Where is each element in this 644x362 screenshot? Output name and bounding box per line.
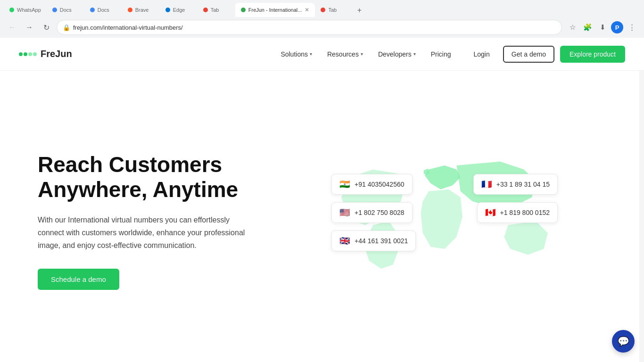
hero-visual: 🇮🇳 +91 4035042560 🇺🇸 +1 802 750 8028 🇬🇧 … [283, 146, 606, 296]
tab-favicon-active [241, 8, 246, 12]
flag-france: 🇫🇷 [481, 179, 492, 189]
get-demo-button[interactable]: Get a demo [503, 46, 554, 63]
tab-inactive-5[interactable]: Edge [160, 3, 198, 17]
explore-product-button[interactable]: Explore product [560, 46, 625, 63]
nav-actions: Login Get a demo Explore product [466, 46, 625, 63]
schedule-demo-button[interactable]: Schedule a demo [38, 269, 119, 290]
website-content: FreJun Solutions ▾ Resources ▾ Developer… [0, 38, 644, 362]
scrollbar[interactable] [639, 38, 644, 362]
flag-canada: 🇨🇦 [485, 207, 495, 218]
tab-favicon [52, 8, 57, 12]
tab-favicon [203, 8, 208, 12]
phone-card-india: 🇮🇳 +91 4035042560 [331, 174, 413, 195]
hero-section: Reach Customers Anywhere, Anytime With o… [0, 71, 644, 362]
download-icon[interactable]: ⬇ [596, 21, 609, 34]
tab-inactive-1[interactable]: WhatsApp [4, 3, 47, 17]
menu-icon[interactable]: ⋮ [625, 21, 638, 34]
logo-dots [19, 52, 37, 56]
tab-inactive-3[interactable]: Docs [84, 3, 122, 17]
tab-favicon [128, 8, 132, 12]
nav-developers[interactable]: Developers ▾ [378, 50, 416, 58]
new-tab-button[interactable]: + [353, 4, 366, 17]
profile-icon[interactable]: P [611, 21, 623, 33]
tab-favicon [321, 8, 325, 12]
url-text: frejun.com/international-virtual-numbers… [73, 24, 556, 31]
browser-chrome: WhatsApp Docs Docs Brave Edge Tab FreJun… [0, 0, 644, 38]
navbar: FreJun Solutions ▾ Resources ▾ Developer… [0, 38, 644, 71]
tab-inactive-4[interactable]: Brave [122, 3, 160, 17]
extensions-icon[interactable]: 🧩 [581, 21, 594, 34]
chevron-down-icon: ▾ [413, 51, 416, 57]
logo-dot-1 [19, 52, 23, 56]
tab-inactive-2[interactable]: Docs [47, 3, 84, 17]
tab-close-button[interactable]: ✕ [305, 7, 309, 13]
phone-card-france: 🇫🇷 +33 1 89 31 04 15 [473, 174, 558, 195]
tab-favicon [9, 8, 14, 12]
number-canada: +1 819 800 0152 [500, 209, 550, 216]
chevron-down-icon: ▾ [361, 51, 363, 57]
flag-usa: 🇺🇸 [339, 207, 350, 218]
tab-inactive-6[interactable]: Tab [198, 3, 235, 17]
lock-icon: 🔒 [63, 24, 70, 31]
hero-title: Reach Customers Anywhere, Anytime [38, 152, 283, 202]
logo-text: FreJun [41, 49, 72, 59]
hero-description: With our International virtual numbers y… [38, 214, 245, 252]
tab-bar: WhatsApp Docs Docs Brave Edge Tab FreJun… [0, 0, 644, 17]
flag-uk: 🇬🇧 [339, 236, 350, 246]
tab-favicon [90, 8, 95, 12]
nav-pricing[interactable]: Pricing [431, 50, 451, 58]
nav-resources[interactable]: Resources ▾ [327, 50, 363, 58]
phone-card-canada: 🇨🇦 +1 819 800 0152 [477, 202, 558, 223]
logo-dot-3 [28, 52, 32, 56]
address-bar[interactable]: 🔒 frejun.com/international-virtual-numbe… [57, 20, 562, 35]
number-india: +91 4035042560 [355, 181, 405, 188]
phone-card-usa: 🇺🇸 +1 802 750 8028 [331, 202, 413, 223]
back-button[interactable]: ← [6, 21, 19, 34]
tab-active[interactable]: FreJun - International... ✕ [235, 3, 315, 17]
login-button[interactable]: Login [466, 47, 497, 62]
tab-inactive-7[interactable]: Tab [315, 3, 353, 17]
bookmark-icon[interactable]: ☆ [566, 21, 579, 34]
phone-cards: 🇮🇳 +91 4035042560 🇺🇸 +1 802 750 8028 🇬🇧 … [322, 146, 567, 296]
tab-favicon [165, 8, 170, 12]
nav-links: Solutions ▾ Resources ▾ Developers ▾ Pri… [281, 50, 451, 58]
hero-content: Reach Customers Anywhere, Anytime With o… [38, 152, 283, 290]
logo[interactable]: FreJun [19, 49, 72, 59]
reload-button[interactable]: ↻ [40, 21, 53, 34]
logo-dot-4 [33, 52, 37, 56]
chat-icon: 💬 [618, 336, 629, 347]
phone-card-uk: 🇬🇧 +44 161 391 0021 [331, 230, 416, 251]
chevron-down-icon: ▾ [310, 51, 312, 57]
number-uk: +44 161 391 0021 [355, 237, 408, 245]
logo-dot-2 [24, 52, 27, 56]
flag-india: 🇮🇳 [339, 179, 350, 189]
browser-toolbar: ← → ↻ 🔒 frejun.com/international-virtual… [0, 17, 644, 38]
nav-solutions[interactable]: Solutions ▾ [281, 50, 312, 58]
number-france: +33 1 89 31 04 15 [496, 181, 550, 188]
number-usa: +1 802 750 8028 [355, 209, 405, 216]
chat-bubble-button[interactable]: 💬 [612, 330, 635, 353]
toolbar-actions: ☆ 🧩 ⬇ P ⋮ [566, 21, 638, 34]
forward-button[interactable]: → [23, 21, 36, 34]
